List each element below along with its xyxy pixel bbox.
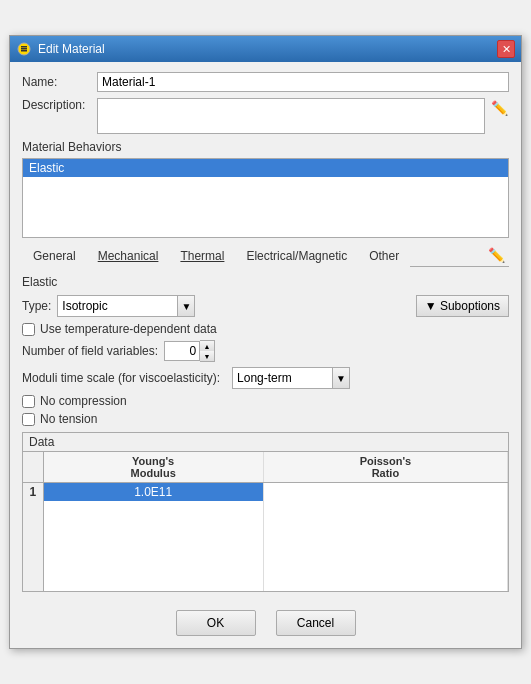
no-compression-row: No compression [22, 394, 509, 408]
description-row: Description: ✏️ [22, 98, 509, 134]
no-compression-label: No compression [40, 394, 127, 408]
tab-mechanical[interactable]: Mechanical [87, 245, 170, 267]
youngs-header: Young'sModulus [43, 452, 263, 483]
close-button[interactable]: ✕ [497, 40, 515, 58]
type-combo-dropdown[interactable]: ▼ [177, 295, 195, 317]
data-section: Data Young'sModulus Poisson'sRatio 1 1.0… [22, 432, 509, 592]
behaviors-label: Material Behaviors [22, 140, 509, 154]
row-num-2 [23, 501, 43, 531]
num-field-spinner: ▲ ▼ [164, 340, 215, 362]
name-label: Name: [22, 75, 97, 89]
behavior-elastic[interactable]: Elastic [23, 159, 508, 177]
svg-rect-2 [21, 50, 27, 52]
data-table: Young'sModulus Poisson'sRatio 1 1.0E11 [23, 452, 508, 591]
no-tension-row: No tension [22, 412, 509, 426]
spin-up[interactable]: ▲ [200, 341, 214, 351]
moduli-row: Moduli time scale (for viscoelasticity):… [22, 367, 509, 389]
temp-checkbox[interactable] [22, 323, 35, 336]
tab-other[interactable]: Other [358, 245, 410, 267]
youngs-cell-1[interactable]: 1.0E11 [43, 483, 263, 502]
poissons-header: Poisson'sRatio [263, 452, 507, 483]
tab-electrical[interactable]: Electrical/Magnetic [235, 245, 358, 267]
svg-rect-1 [21, 48, 27, 50]
empty-row-2 [23, 501, 508, 531]
moduli-label: Moduli time scale (for viscoelasticity): [22, 371, 220, 385]
suboptions-button[interactable]: ▼ Suboptions [416, 295, 509, 317]
no-tension-checkbox[interactable] [22, 413, 35, 426]
type-label: Type: [22, 299, 51, 313]
data-section-title: Data [23, 433, 508, 452]
elastic-title: Elastic [22, 275, 509, 289]
description-label: Description: [22, 98, 97, 112]
spin-buttons: ▲ ▼ [200, 340, 215, 362]
row-num-4 [23, 561, 43, 591]
description-input[interactable] [97, 98, 485, 134]
name-input[interactable] [97, 72, 509, 92]
temp-checkbox-row: Use temperature-dependent data [22, 322, 509, 336]
poissons-cell-2 [263, 501, 507, 531]
youngs-cell-4 [43, 561, 263, 591]
title-bar-left: Edit Material [16, 41, 105, 57]
description-edit-icon[interactable]: ✏️ [489, 98, 509, 118]
youngs-cell-3 [43, 531, 263, 561]
table-row: 1 1.0E11 [23, 483, 508, 502]
type-combo-container: ▼ [57, 295, 195, 317]
elastic-section: Elastic Type: ▼ ▼ Suboptions Use tempera… [22, 275, 509, 426]
num-field-label: Number of field variables: [22, 344, 158, 358]
tab-bar: General Mechanical Thermal Electrical/Ma… [22, 244, 509, 267]
moduli-combo: ▼ [232, 367, 350, 389]
spin-down[interactable]: ▼ [200, 351, 214, 361]
poissons-cell-1[interactable] [263, 483, 507, 502]
title-text: Edit Material [38, 42, 105, 56]
poissons-cell-4 [263, 561, 507, 591]
row-num-3 [23, 531, 43, 561]
empty-row-4 [23, 561, 508, 591]
type-combo-input[interactable] [57, 295, 177, 317]
type-combo: ▼ [57, 295, 195, 317]
tab-thermal[interactable]: Thermal [169, 245, 235, 267]
temp-checkbox-label: Use temperature-dependent data [40, 322, 217, 336]
row-num-header [23, 452, 43, 483]
no-tension-label: No tension [40, 412, 97, 426]
num-field-row: Number of field variables: ▲ ▼ [22, 340, 509, 362]
empty-row-3 [23, 531, 508, 561]
edit-material-dialog: Edit Material ✕ Name: Description: ✏️ Ma… [9, 35, 522, 649]
poissons-cell-3 [263, 531, 507, 561]
svg-rect-3 [21, 46, 27, 48]
table-header-row: Young'sModulus Poisson'sRatio [23, 452, 508, 483]
no-compression-checkbox[interactable] [22, 395, 35, 408]
type-row: Type: ▼ ▼ Suboptions [22, 295, 509, 317]
cancel-button[interactable]: Cancel [276, 610, 356, 636]
ok-button[interactable]: OK [176, 610, 256, 636]
moduli-combo-input[interactable] [232, 367, 332, 389]
num-field-input[interactable] [164, 341, 200, 361]
dialog-footer: OK Cancel [10, 602, 521, 648]
name-row: Name: [22, 72, 509, 92]
dialog-content: Name: Description: ✏️ Material Behaviors… [10, 62, 521, 602]
title-bar: Edit Material ✕ [10, 36, 521, 62]
row-num-1: 1 [23, 483, 43, 502]
youngs-cell-2 [43, 501, 263, 531]
tab-general[interactable]: General [22, 245, 87, 267]
moduli-combo-dropdown[interactable]: ▼ [332, 367, 350, 389]
behaviors-list: Elastic [22, 158, 509, 238]
tab-edit-icon[interactable]: ✏️ [484, 245, 509, 265]
dialog-icon [16, 41, 32, 57]
